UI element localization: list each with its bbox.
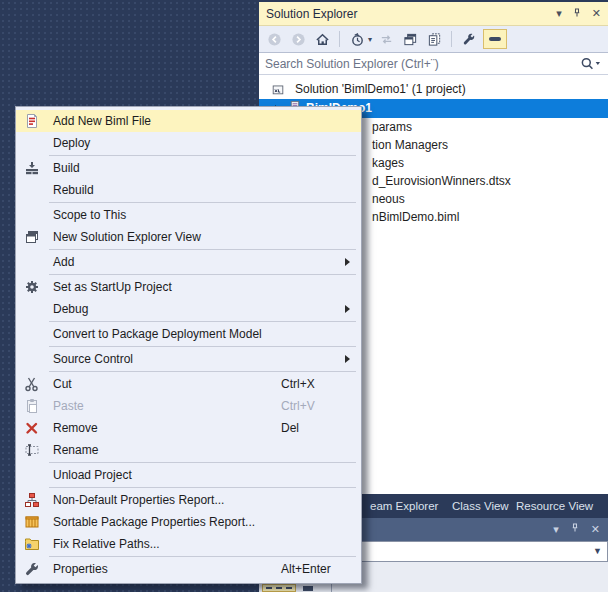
menu-item-rebuild[interactable]: Rebuild [16, 179, 361, 201]
menu-item-new-solution-explorer-view[interactable]: New Solution Explorer View [16, 226, 361, 248]
tree-item-label: d_EurovisionWinners.dtsx [372, 172, 511, 190]
submenu-arrow-icon [345, 305, 350, 313]
tab-resource-view[interactable]: Resource View [516, 494, 593, 518]
tab-class-view[interactable]: Class View [452, 494, 509, 518]
tab-team-explorer[interactable]: eam Explorer [370, 494, 438, 518]
context-menu: Add New Biml FileDeployBuildRebuildScope… [15, 106, 362, 584]
scissors-icon [24, 376, 40, 392]
back-icon[interactable] [264, 29, 284, 49]
menu-separator [49, 462, 356, 463]
collapse-all-icon[interactable] [400, 29, 420, 49]
panel-title: Solution Explorer [259, 7, 556, 21]
window-position-icon[interactable]: ▾ [556, 8, 562, 19]
menu-item-label: Scope to This [53, 204, 126, 226]
mini-toolbar-icon[interactable] [303, 586, 313, 591]
menu-item-label: Convert to Package Deployment Model [53, 323, 262, 345]
tree-item-label: nBimlDemo.biml [372, 208, 459, 226]
refresh-icon[interactable] [376, 29, 396, 49]
menu-item-rename[interactable]: Rename [16, 439, 361, 461]
close-icon[interactable]: ✕ [591, 524, 600, 535]
history-icon[interactable] [347, 29, 367, 49]
menu-item-properties[interactable]: PropertiesAlt+Enter [16, 558, 361, 580]
biml-file-icon [24, 113, 40, 129]
menu-separator [49, 155, 356, 156]
menu-item-label: Unload Project [53, 464, 132, 486]
menu-item-label: Paste [53, 395, 84, 417]
menu-item-label: Properties [53, 558, 108, 580]
report-table-icon [24, 514, 40, 530]
menu-item-label: Set as StartUp Project [53, 276, 172, 298]
tree-item-label: neous [372, 190, 405, 208]
menu-item-paste[interactable]: PasteCtrl+V [16, 395, 361, 417]
mini-toolbar-button[interactable] [262, 584, 296, 592]
pin-icon[interactable] [569, 521, 581, 539]
sync-with-active-document-icon[interactable] [424, 29, 444, 49]
menu-separator [49, 556, 356, 557]
menu-item-remove[interactable]: RemoveDel [16, 417, 361, 439]
submenu-arrow-icon [345, 258, 350, 266]
menu-separator [49, 274, 356, 275]
history-dropdown-caret[interactable]: ▾ [368, 35, 372, 44]
mini-toolbar-separator [331, 584, 332, 592]
menu-item-label: Add [53, 251, 74, 273]
menu-item-build[interactable]: Build [16, 157, 361, 179]
search-icon[interactable] [579, 56, 603, 71]
menu-item-label: Source Control [53, 348, 133, 370]
forward-icon[interactable] [288, 29, 308, 49]
menu-item-add-new-biml-file[interactable]: Add New Biml File [16, 110, 361, 132]
titlebar-buttons: ▾ ✕ [556, 7, 608, 20]
toolbar-separator [451, 31, 452, 47]
preview-selected-items-toggle[interactable] [483, 29, 507, 49]
menu-item-set-as-startup-project[interactable]: Set as StartUp Project [16, 276, 361, 298]
menu-item-scope-to-this[interactable]: Scope to This [16, 204, 361, 226]
home-icon[interactable] [312, 29, 332, 49]
menu-separator [49, 202, 356, 203]
menu-item-label: Fix Relative Paths... [53, 533, 160, 555]
menu-item-non-default-properties-report[interactable]: Non-Default Properties Report... [16, 489, 361, 511]
menu-separator [49, 321, 356, 322]
menu-item-label: Build [53, 157, 80, 179]
menu-item-add[interactable]: Add [16, 251, 361, 273]
menu-separator [49, 346, 356, 347]
menu-item-fix-relative-paths[interactable]: Fix Relative Paths... [16, 533, 361, 555]
menu-item-shortcut: Del [281, 417, 299, 439]
menu-item-convert-to-package-deployment-model[interactable]: Convert to Package Deployment Model [16, 323, 361, 345]
menu-item-debug[interactable]: Debug [16, 298, 361, 320]
chevron-down-icon[interactable]: ▼ [593, 546, 602, 556]
menu-item-label: Sortable Package Properties Report... [53, 511, 255, 533]
new-view-icon [24, 229, 40, 245]
menu-item-shortcut: Ctrl+V [281, 395, 315, 417]
properties-wrench-icon[interactable] [459, 29, 479, 49]
menu-item-label: Rename [53, 439, 98, 461]
search-input[interactable] [259, 56, 579, 72]
menu-item-label: New Solution Explorer View [53, 226, 201, 248]
tree-item-label: kages [372, 154, 404, 172]
menu-item-label: Add New Biml File [53, 110, 151, 132]
menu-item-label: Rebuild [53, 179, 94, 201]
menu-item-label: Non-Default Properties Report... [53, 489, 224, 511]
menu-item-shortcut: Alt+Enter [281, 558, 331, 580]
paste-icon [24, 398, 40, 414]
menu-separator [49, 371, 356, 372]
tree-item-solution[interactable]: Solution 'BimlDemo1' (1 project) [259, 80, 608, 98]
menu-item-source-control[interactable]: Source Control [16, 348, 361, 370]
pin-icon[interactable] [571, 7, 583, 20]
menu-item-deploy[interactable]: Deploy [16, 132, 361, 154]
tree-item-label: tion Managers [372, 136, 448, 154]
search-box [259, 52, 608, 75]
menu-item-unload-project[interactable]: Unload Project [16, 464, 361, 486]
solution-explorer-titlebar[interactable]: Solution Explorer ▾ ✕ [259, 2, 608, 26]
folder-fix-icon [24, 536, 40, 552]
menu-item-sortable-package-properties-report[interactable]: Sortable Package Properties Report... [16, 511, 361, 533]
solution-explorer-toolbar: ▾ [259, 26, 608, 52]
report-tree-icon [24, 492, 40, 508]
menu-item-cut[interactable]: CutCtrl+X [16, 373, 361, 395]
rename-icon [24, 442, 40, 458]
toolbar-separator [339, 31, 340, 47]
gear-icon [24, 279, 40, 295]
window-position-icon[interactable]: ▾ [553, 524, 559, 535]
close-icon[interactable]: ✕ [592, 8, 601, 19]
wrench-icon [24, 561, 40, 577]
menu-item-label: Cut [53, 373, 72, 395]
menu-separator [49, 487, 356, 488]
